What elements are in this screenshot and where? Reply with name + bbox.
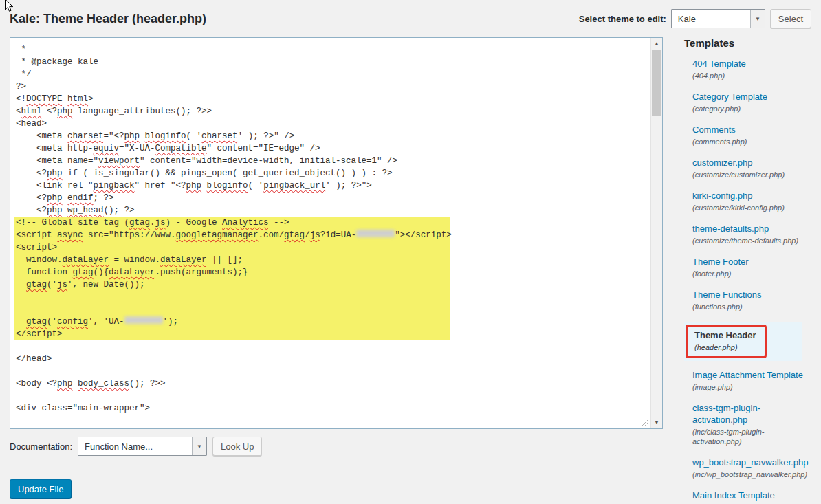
redacted-analytics-id <box>124 316 163 324</box>
template-file: (comments.php) <box>692 137 811 146</box>
template-name[interactable]: Theme Functions <box>692 289 811 300</box>
code-pre-highlight: * * @package kale */ ?> <!DOCTYPE html> … <box>16 43 650 217</box>
code-editor[interactable]: * * @package kale */ ?> <!DOCTYPE html> … <box>10 37 663 429</box>
theme-select-value: Kale <box>678 14 696 24</box>
template-item-box: customizer.php (customize/customizer.php… <box>692 157 811 179</box>
template-item-box: Main Index Template (index.php) <box>692 490 811 504</box>
template-item[interactable]: Theme Header (header.php) <box>684 322 802 361</box>
code-post-highlight: </head> <body <?php body_class(); ?>> <d… <box>16 340 650 415</box>
chevron-down-icon: ▼ <box>750 10 765 28</box>
template-item[interactable]: customizer.php (customize/customizer.php… <box>684 157 811 179</box>
template-name[interactable]: customizer.php <box>692 157 811 168</box>
template-item-box: Image Attachment Template (image.php) <box>692 369 811 392</box>
template-file: (customize/kirki-config.php) <box>692 203 811 212</box>
template-file: (header.php) <box>694 342 756 352</box>
function-select-value: Function Name... <box>85 441 153 452</box>
template-item[interactable]: 404 Template (404.php) <box>684 58 811 80</box>
select-theme-button[interactable]: Select <box>770 9 811 28</box>
lookup-button[interactable]: Look Up <box>212 437 262 456</box>
template-name[interactable]: Theme Footer <box>692 256 811 267</box>
template-name[interactable]: theme-defaults.php <box>692 223 811 234</box>
template-item[interactable]: class-tgm-plugin-activation.php (inc/cla… <box>684 402 811 446</box>
template-item-box: Theme Footer (footer.php) <box>692 256 811 278</box>
template-item[interactable]: kirki-config.php (customize/kirki-config… <box>684 190 811 212</box>
template-name[interactable]: kirki-config.php <box>692 190 811 201</box>
documentation-row: Documentation: Function Name... ▼ Look U… <box>10 437 663 456</box>
templates-panel: Templates 404 Template (404.php) Categor… <box>684 37 811 504</box>
template-item[interactable]: theme-defaults.php (customize/theme-defa… <box>684 223 811 245</box>
template-file: (customize/theme-defaults.php) <box>692 236 811 245</box>
template-file: (404.php) <box>692 71 811 80</box>
template-item-box: kirki-config.php (customize/kirki-config… <box>692 190 811 212</box>
update-file-button[interactable]: Update File <box>10 479 72 498</box>
template-name[interactable]: wp_bootstrap_navwalker.php <box>692 457 811 468</box>
template-file: (customize/customizer.php) <box>692 170 811 179</box>
highlighted-code-block: <!-- Global site tag (gtag.js) - Google … <box>14 217 450 340</box>
page-header: Kale: Theme Header (header.php) Select t… <box>10 6 811 32</box>
scrollbar-track[interactable] <box>651 50 662 417</box>
template-name[interactable]: Image Attachment Template <box>692 369 811 381</box>
templates-heading: Templates <box>684 37 811 49</box>
template-item[interactable]: Theme Footer (footer.php) <box>684 256 811 278</box>
theme-chooser: Select theme to edit: Kale ▼ Select <box>579 9 811 28</box>
redacted-analytics-id <box>356 230 395 237</box>
template-file: (footer.php) <box>692 269 811 278</box>
template-item-box: Comments (comments.php) <box>692 124 811 146</box>
scroll-up-arrow-icon[interactable]: ▲ <box>651 38 662 50</box>
template-name[interactable]: class-tgm-plugin-activation.php <box>692 402 811 426</box>
page-title: Kale: Theme Header (header.php) <box>10 12 206 26</box>
main-content: * * @package kale */ ?> <!DOCTYPE html> … <box>10 37 811 504</box>
template-name[interactable]: Comments <box>692 124 811 135</box>
editor-column: * * @package kale */ ?> <!DOCTYPE html> … <box>10 37 663 504</box>
documentation-label: Documentation: <box>10 441 72 452</box>
function-select[interactable]: Function Name... ▼ <box>78 437 207 456</box>
template-item[interactable]: wp_bootstrap_navwalker.php (inc/wp_boots… <box>684 457 811 479</box>
template-item-box: Category Template (category.php) <box>692 91 811 113</box>
template-item[interactable]: Theme Functions (functions.php) <box>684 289 811 311</box>
template-file: (inc/class-tgm-plugin-activation.php) <box>692 427 811 446</box>
template-item[interactable]: Image Attachment Template (image.php) <box>684 369 811 392</box>
template-item-box: class-tgm-plugin-activation.php (inc/cla… <box>692 402 811 446</box>
template-item-box: 404 Template (404.php) <box>692 58 811 80</box>
template-file: (functions.php) <box>692 302 811 311</box>
resize-grip-icon[interactable] <box>640 418 648 426</box>
template-item-box: Theme Functions (functions.php) <box>692 289 811 311</box>
theme-editor-page: Kale: Theme Header (header.php) Select t… <box>0 0 821 504</box>
template-name[interactable]: Theme Header <box>694 329 756 341</box>
template-file: (category.php) <box>692 104 811 113</box>
template-item-box: wp_bootstrap_navwalker.php (inc/wp_boots… <box>692 457 811 479</box>
template-item[interactable]: Category Template (category.php) <box>684 91 811 113</box>
code-area[interactable]: * * @package kale */ ?> <!DOCTYPE html> … <box>10 38 650 428</box>
template-name[interactable]: Main Index Template <box>692 490 811 501</box>
template-item[interactable]: Comments (comments.php) <box>684 124 811 146</box>
scrollbar-thumb[interactable] <box>652 50 661 116</box>
template-file: (image.php) <box>692 382 811 392</box>
theme-select[interactable]: Kale ▼ <box>671 9 765 28</box>
select-theme-label: Select theme to edit: <box>579 14 666 24</box>
scroll-down-arrow-icon[interactable]: ▼ <box>651 417 662 428</box>
template-item-box: Theme Header (header.php) <box>686 325 767 358</box>
template-file: (inc/wp_bootstrap_navwalker.php) <box>692 470 811 479</box>
templates-list: 404 Template (404.php) Category Template… <box>684 58 811 504</box>
template-item-box: theme-defaults.php (customize/theme-defa… <box>692 223 811 245</box>
chevron-down-icon: ▼ <box>192 437 206 455</box>
template-item[interactable]: Main Index Template (index.php) <box>684 490 811 504</box>
template-name[interactable]: Category Template <box>692 91 811 102</box>
editor-scrollbar[interactable]: ▲ ▼ <box>650 38 662 428</box>
template-name[interactable]: 404 Template <box>692 58 811 69</box>
